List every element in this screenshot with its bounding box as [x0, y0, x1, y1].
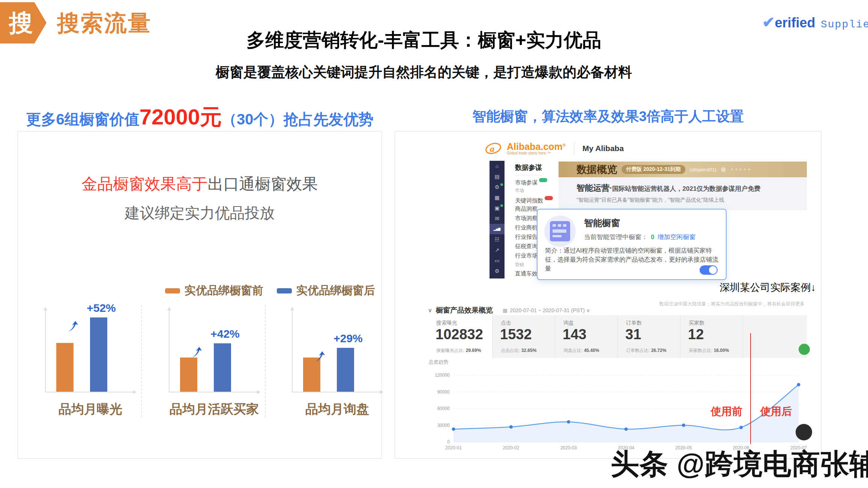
stat-value: 102832 — [436, 326, 483, 343]
effect-overview-title: 橱窗产品效果概览 — [436, 305, 493, 315]
menu-item[interactable]: 行业报告 — [515, 234, 538, 241]
stat-cell-3[interactable]: 询盘143询盘占比: 45.40% — [555, 315, 618, 358]
legend: 实优品绑橱窗前实优品绑橱窗后 — [165, 283, 375, 298]
floating-dark-button[interactable] — [796, 424, 812, 440]
left-column-heading: 更多6组橱窗价值72000元（30个）抢占先发优势 — [18, 103, 382, 132]
add-showcase-link[interactable]: 增加空闲橱窗 — [657, 234, 695, 241]
data-point — [509, 425, 513, 428]
legend-item: 实优品绑橱窗前 — [165, 283, 263, 298]
date-range-picker[interactable]: ▦2020-07-01 ~ 2020-07-31 (PST) ∨ — [503, 307, 590, 313]
message-icon[interactable]: ✉ — [490, 213, 505, 224]
svg-text:60000: 60000 — [437, 406, 450, 411]
supplier-word: Supplier — [821, 19, 868, 30]
gear-icon[interactable]: ⚙ — [490, 266, 505, 276]
right-column-heading: 智能橱窗，算法效率及效果3倍高于人工设置 — [395, 107, 821, 126]
growth-arrow-icon — [314, 351, 326, 363]
menu-item[interactable]: 商品洞察 — [515, 205, 538, 213]
search-tag-badge: 搜 — [0, 2, 47, 43]
bar-before — [56, 343, 74, 392]
toggle-knob — [709, 266, 717, 274]
legend-swatch — [165, 288, 180, 293]
paid-version-badge: 付费版 2020-12-31到期 — [622, 165, 685, 174]
stat-value: 143 — [563, 326, 586, 343]
share-icon: ↗ — [495, 247, 499, 253]
bar-after — [90, 317, 107, 392]
stat-value: 12 — [688, 326, 704, 343]
statement-highlight: 金品橱窗效果高于 — [82, 175, 208, 193]
showcase-toggle[interactable] — [700, 265, 718, 275]
divider — [515, 175, 541, 175]
analytics-icon[interactable]: ▂▅▇ — [490, 224, 505, 234]
smart-operation-panel: 智能运营·国际站智能运营机器人，2021仅为数据参谋用户免费 "智能运营"目前已… — [559, 177, 807, 210]
data-point — [452, 427, 455, 431]
legend-swatch — [277, 288, 292, 293]
y-axis — [292, 308, 293, 392]
alibaba-logo-text: Alibaba.com® Global trade starts here.™ — [507, 142, 566, 156]
apps-icon: ▦ — [494, 195, 499, 201]
billing-icon[interactable]: ▭ — [490, 255, 505, 266]
smart-showcase-card: 智能橱窗 当前智能管理中橱窗：0增加空闲橱窗 简介：通过AI程序自动管理店铺的空… — [537, 209, 727, 280]
heading-suffix: （30个）抢占先发优势 — [222, 111, 374, 127]
mini-chart: +29% — [287, 306, 387, 396]
settings-icon: ⚙ — [495, 184, 500, 190]
smart-operation-note: "智能运营"目前已具备"智能橱窗"能力，"智能产品优化"陆续上线 — [577, 197, 724, 204]
stat-value: 1532 — [500, 326, 532, 343]
mini-chart: +52% — [41, 306, 140, 396]
share-icon[interactable]: ↗ — [490, 245, 505, 255]
chart-separator — [141, 305, 142, 417]
before-label: 使用前 — [711, 404, 742, 419]
y-axis — [45, 308, 46, 392]
floating-green-button[interactable] — [799, 344, 810, 355]
showcase-count: 0 — [651, 234, 654, 241]
growth-arrow-icon — [68, 320, 80, 332]
left-card: 金品橱窗效果高于出口通橱窗效果 建议绑定实力优品投放 实优品绑橱窗前实优品绑橱窗… — [18, 131, 382, 459]
svg-text:2020-02: 2020-02 — [503, 445, 519, 451]
red-badge — [545, 196, 553, 200]
bar-after — [337, 348, 354, 392]
smart-operation-desc: 国际站智能运营机器人，2021仅为数据参谋用户免费 — [612, 185, 760, 192]
svg-text:90000: 90000 — [437, 389, 450, 395]
settings-icon[interactable]: ⚙ — [490, 182, 505, 192]
stat-cell-4[interactable]: 订单数31订单数占比: 26.72% — [618, 315, 680, 358]
showcase-title: 智能橱窗 — [584, 217, 620, 229]
stat-sub: 订单数占比: 26.72% — [626, 347, 666, 354]
alibaba-header: a Alibaba.com® Global trade starts here.… — [485, 138, 624, 159]
home-icon[interactable]: ⌂ — [490, 161, 505, 171]
calendar-icon[interactable]: ▣ — [490, 203, 505, 213]
chart-separator — [265, 305, 266, 417]
page-title: 多维度营销转化-丰富工具：橱窗+实力优品 — [161, 28, 686, 53]
collapse-chevron-icon[interactable]: ∨ — [428, 307, 432, 314]
banner-title: 数据概览 — [577, 163, 617, 176]
rating-stars: ✶✶✶✶✶ — [730, 167, 751, 172]
stat-sub: 点击占比: 32.65% — [501, 347, 536, 354]
data-point — [739, 426, 743, 429]
mini-chart-label: 品均月询盘 — [287, 401, 387, 418]
my-alibaba-link[interactable]: My Alibaba — [583, 144, 624, 153]
right-card: a Alibaba.com® Global trade starts here.… — [395, 131, 821, 459]
statement-rest: 出口通橱窗效果 — [208, 175, 318, 193]
data-point — [625, 427, 628, 431]
menu-item[interactable]: 征税查询 — [515, 243, 538, 250]
stat-label: 点击 — [501, 320, 511, 326]
gear-icon: ⚙ — [495, 268, 500, 274]
stat-sub: 买家数占比: 16.00% — [689, 347, 729, 354]
stat-cell-2[interactable]: 点击1532点击占比: 32.65% — [493, 315, 555, 358]
shop-icon[interactable]: ▤ — [490, 171, 505, 182]
account-name: (aliqatest01) — [690, 167, 717, 172]
stat-label: 买家数 — [689, 320, 704, 326]
alibaba-logo-icon: a — [485, 142, 502, 155]
verified-word: erified — [775, 15, 815, 30]
menu-item-label: 征税查询 — [515, 243, 538, 249]
stat-cell-5[interactable]: 买家数12买家数占比: 16.00% — [680, 315, 743, 358]
menu-item-label: 行业报告 — [515, 234, 538, 240]
apps-icon[interactable]: ▦ — [490, 192, 505, 203]
stat-cell-1[interactable]: 搜索曝光102832搜索曝光占比: 29.69% — [428, 315, 493, 358]
menu-item[interactable]: 关键词指数 — [515, 196, 553, 204]
delta-label: +52% — [79, 302, 124, 314]
menu-item[interactable]: 市场参谋 — [515, 178, 547, 186]
menu-item[interactable]: 市场洞察 — [515, 215, 538, 222]
data-point — [797, 383, 800, 386]
section-title: 搜索流量 — [57, 8, 152, 39]
logo-mark: ® — [563, 142, 566, 147]
contacts-icon[interactable]: ☷ — [490, 234, 505, 245]
